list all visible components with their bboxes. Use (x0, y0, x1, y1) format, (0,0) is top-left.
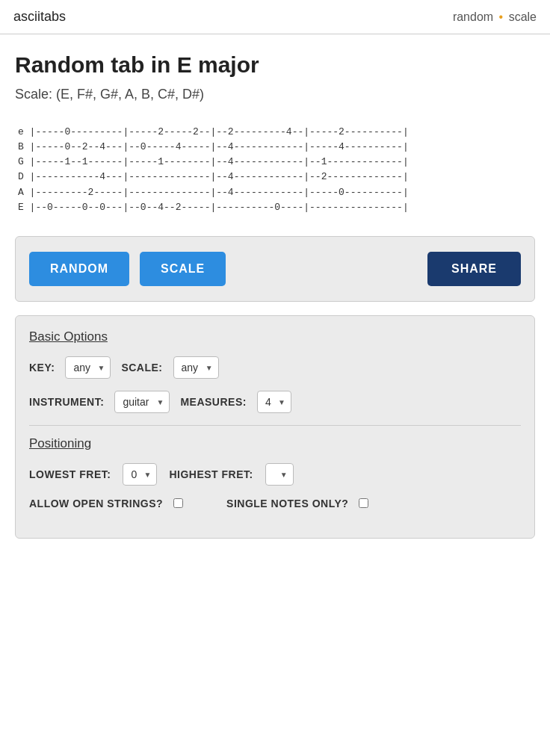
single-notes-checkbox[interactable] (359, 498, 368, 508)
highest-fret-select[interactable] (265, 463, 294, 486)
lowest-fret-label: LOWEST FRET: (29, 468, 111, 480)
instrument-measures-row: INSTRUMENT: guitar MEASURES: 4 (29, 391, 521, 413)
key-scale-row: KEY: any SCALE: any (29, 356, 521, 379)
tab-line-E: E |--0-----0--0---|--0--4--2-----|------… (18, 200, 532, 215)
allow-open-checkbox[interactable] (173, 498, 183, 508)
tab-display: e |-----0---------|-----2-----2--|--2---… (15, 117, 535, 223)
scale-option-label: SCALE: (121, 362, 162, 374)
options-panel: Basic Options KEY: any SCALE: any INSTRU… (15, 315, 535, 539)
random-button[interactable]: RANDOM (29, 252, 129, 286)
nav-dot: • (499, 10, 504, 23)
key-label: KEY: (29, 362, 55, 374)
logo[interactable]: asciitabs (13, 9, 66, 25)
instrument-select[interactable]: guitar (114, 391, 170, 413)
checkboxes-row: ALLOW OPEN STRINGS? SINGLE NOTES ONLY? (29, 498, 521, 509)
scale-select[interactable]: any (173, 356, 219, 379)
scale-button[interactable]: SCALE (140, 252, 226, 286)
scale-label: Scale: (E, F#, G#, A, B, C#, D#) (15, 87, 535, 102)
key-select-wrapper: any (65, 356, 111, 379)
tab-line-e: e |-----0---------|-----2-----2--|--2---… (18, 125, 532, 140)
measures-label: MEASURES: (180, 396, 247, 408)
single-notes-label: SINGLE NOTES ONLY? (226, 498, 348, 509)
key-select[interactable]: any (65, 356, 111, 379)
tab-line-g: G |-----1--1------|-----1--------|--4---… (18, 155, 532, 170)
page-title: Random tab in E major (15, 52, 535, 78)
nav-scale-link[interactable]: scale (509, 10, 537, 23)
basic-options-title: Basic Options (29, 329, 521, 344)
allow-open-label: ALLOW OPEN STRINGS? (29, 498, 163, 509)
nav-random-link[interactable]: random (453, 10, 493, 23)
lowest-fret-select[interactable]: 0 (123, 463, 157, 486)
tab-line-d: D |-----------4---|--------------|--4---… (18, 170, 532, 185)
main-content: Random tab in E major Scale: (E, F#, G#,… (0, 34, 550, 554)
measures-select-wrapper: 4 (257, 391, 291, 413)
tab-line-a: A |---------2-----|--------------|--4---… (18, 185, 532, 200)
positioning-title: Positioning (29, 436, 521, 451)
instrument-select-wrapper: guitar (114, 391, 170, 413)
tab-line-b: B |-----0--2--4---|--0-----4-----|--4---… (18, 140, 532, 155)
buttons-panel: RANDOM SCALE SHARE (15, 236, 535, 302)
highest-fret-label: HIGHEST FRET: (169, 468, 253, 480)
highest-fret-select-wrapper (265, 463, 294, 486)
fret-row: LOWEST FRET: 0 HIGHEST FRET: (29, 463, 521, 486)
scale-select-wrapper: any (173, 356, 219, 379)
header: asciitabs random • scale (0, 0, 550, 34)
measures-select[interactable]: 4 (257, 391, 291, 413)
instrument-label: INSTRUMENT: (29, 396, 104, 408)
divider (29, 425, 521, 426)
share-button[interactable]: SHARE (427, 252, 521, 286)
nav: random • scale (453, 10, 537, 24)
lowest-fret-select-wrapper: 0 (123, 463, 157, 486)
